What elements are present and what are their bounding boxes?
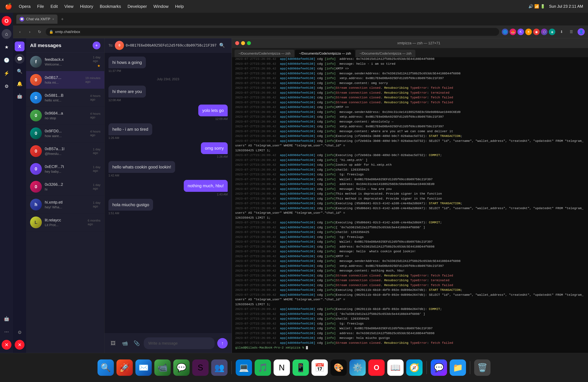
url-bar[interactable]: 🔒 xmtp.chat/inbox xyxy=(46,28,499,36)
dock-trash[interactable]: 🗑️ xyxy=(474,360,490,376)
forward-button[interactable]: › xyxy=(26,28,33,35)
dock-opera[interactable]: O xyxy=(368,360,385,376)
dock-spotify[interactable]: 🎵 xyxy=(255,360,271,376)
dock-mail[interactable]: ✉️ xyxy=(135,360,152,376)
terminal-tab-1[interactable]: ~/Documents/Code/xmtpizza — zsh xyxy=(234,50,294,57)
terminal-line: 2023-07-27T23:26:09.42 app[4d8966efee913… xyxy=(235,307,585,312)
conv-item-feedback[interactable]: f feedback.x Welcome... 1 dayago ★ xyxy=(26,53,104,71)
dock-messages[interactable]: 💬 xyxy=(173,360,190,376)
terminal-line: 2023-07-27T23:26:09.42 app[4d8966efee913… xyxy=(235,201,585,206)
conv-star-feedback: ★ xyxy=(97,64,101,68)
dock-launchpad[interactable]: 🚀 xyxy=(116,360,133,376)
terminal-tab-3[interactable]: ~/Documents/Code/xmtpizza — zsh xyxy=(356,50,415,57)
opera-logo[interactable]: O xyxy=(2,16,11,26)
refresh-button[interactable]: ↻ xyxy=(36,28,43,35)
sidebar-history[interactable]: 🕐 xyxy=(2,55,11,65)
back-button[interactable]: ‹ xyxy=(16,28,23,35)
sidebar-home[interactable]: ⌂ xyxy=(2,29,11,39)
conv-item-0x3266[interactable]: 0 0x3266...2 hi 1 dayago xyxy=(26,178,104,196)
ext-icon-4[interactable]: ☀ xyxy=(525,29,532,35)
chat-profile-icon[interactable]: ✕ xyxy=(15,340,24,350)
ext-icon-3[interactable]: K xyxy=(517,29,524,35)
dock-xcode[interactable]: ⚙️ xyxy=(349,360,366,376)
ext-icon-5[interactable]: ◉ xyxy=(533,29,540,35)
terminal-line: 2023-07-27T23:26:09.42 app[4d8966efee913… xyxy=(235,293,585,302)
sidebar-more[interactable]: ⋯ xyxy=(2,327,11,337)
terminal-minimize-btn[interactable] xyxy=(241,41,245,45)
dock-teams[interactable]: 👥 xyxy=(211,360,228,376)
opera-menu[interactable]: Opera xyxy=(19,4,31,9)
conv-item-0x9684[interactable]: 0 0x9684...a no stop 4 hoursago xyxy=(26,107,104,125)
message-time-3: 12:08 AM xyxy=(108,99,146,102)
view-menu[interactable]: View xyxy=(64,4,74,9)
terminal-line: 2023-07-27T23:26:09.42 app[4d8966efee913… xyxy=(235,225,585,230)
dock-vscode[interactable]: 💻 xyxy=(236,360,252,376)
dock-files[interactable]: 📁 xyxy=(450,360,466,376)
terminal-line: 2023-07-27T23:26:09.42 app[4d8966efee913… xyxy=(235,76,585,81)
sidebar-bookmarks[interactable]: ★ xyxy=(2,42,11,52)
download-icon[interactable]: ⬇ xyxy=(558,28,565,35)
conv-item-0xecff[interactable]: 0 0xECfF...7t hey baby... 1 dayago xyxy=(26,160,104,178)
terminal-close-btn[interactable] xyxy=(235,41,239,45)
dock-dict[interactable]: 📖 xyxy=(387,360,404,376)
conv-item-0xb57a[interactable]: 0 0xB57a...1l @freeslu... 1 dayago xyxy=(26,142,104,160)
bookmarks-menu[interactable]: Bookmarks xyxy=(100,4,121,9)
dock-finder[interactable]: 🔍 xyxy=(98,360,114,376)
chat-home-icon[interactable]: 💬 xyxy=(15,54,24,64)
nav-menu-btn[interactable]: ☰ xyxy=(568,28,575,35)
send-button[interactable]: ↑ xyxy=(217,338,228,348)
conv-time-litrelay: 6 monthsago xyxy=(88,219,101,226)
sidebar-ai[interactable]: 🤖 xyxy=(2,314,11,323)
dock-figma[interactable]: 🎨 xyxy=(330,360,347,376)
history-menu[interactable]: History xyxy=(80,4,93,9)
video-attach-button[interactable]: 📹 xyxy=(120,339,129,348)
terminal-line: 2023-07-27T23:26:09.42 app[4d8966efee913… xyxy=(235,95,585,100)
new-tab-button[interactable]: + xyxy=(59,16,66,22)
sidebar-bottom-icon[interactable]: ✕ xyxy=(2,340,11,350)
conv-item-litrelay[interactable]: L lit.relaycc Lit Prot... 6 monthsago xyxy=(26,213,104,231)
terminal-tab-2[interactable]: ~/Documents/Code/xmtpizza — zsh xyxy=(295,50,355,57)
file-attach-button[interactable]: 📎 xyxy=(132,339,141,348)
chat-settings-icon[interactable]: ⚙ xyxy=(15,327,24,337)
terminal-line: 2023-07-27T23:26:09.42 app[4d8966efee913… xyxy=(235,244,585,249)
developer-menu[interactable]: Developer xyxy=(127,4,147,9)
sidebar-settings[interactable]: ⚙ xyxy=(2,81,11,91)
dock-safari[interactable]: 🧭 xyxy=(406,360,422,376)
conv-item-0x9fd0[interactable]: 0 0x9FD0... how aare... 4 hoursago xyxy=(26,125,104,142)
conv-item-0x5881[interactable]: 0 0x5881...B hello xmt... 4 hoursago xyxy=(26,89,104,107)
window-menu[interactable]: Window xyxy=(153,4,168,9)
active-tab[interactable]: 💬 Chat via XMTP × xyxy=(16,15,58,24)
tab-close-btn[interactable]: × xyxy=(52,17,54,21)
conv-item-0x0b17[interactable]: 0 0x0B17... hola mi... 19 minutesago xyxy=(26,71,104,89)
ext-icon-1[interactable]: 🌐 xyxy=(502,29,508,35)
new-chat-button[interactable]: + xyxy=(93,42,101,49)
terminal-content[interactable]: 1263350425 LIMIT 1;2023-07-27T23:26:09.4… xyxy=(232,57,588,353)
image-attach-button[interactable]: 🖼 xyxy=(108,339,118,348)
ext-icon-7[interactable]: ◈ xyxy=(549,29,555,35)
sidebar-extensions[interactable]: ⚡ xyxy=(2,68,11,78)
terminal-maximize-btn[interactable] xyxy=(247,41,251,45)
dock-calendar[interactable]: 📅 xyxy=(312,360,328,376)
terminal-tabs: ~/Documents/Code/xmtpizza — zsh ~/Docume… xyxy=(232,48,588,57)
chat-robot-icon[interactable]: 🤖 xyxy=(15,91,24,101)
file-menu[interactable]: File xyxy=(37,4,44,9)
help-menu[interactable]: Help xyxy=(175,4,184,9)
ext-icon-6[interactable]: ⬡ xyxy=(541,29,547,35)
conv-info-0xecff: 0xECfF...7t hey baby... xyxy=(45,164,90,173)
chat-notification-icon[interactable]: 🔔 xyxy=(15,79,24,88)
dock-facetime[interactable]: 📹 xyxy=(154,360,171,376)
edit-menu[interactable]: Edit xyxy=(50,4,58,9)
message-row-9: hola miucho gustgo 1:51 AM xyxy=(108,199,153,215)
message-input[interactable] xyxy=(144,337,215,349)
terminal-line: 2023-07-27T23:26:09.42 app[4d8966efee913… xyxy=(235,191,585,196)
profile-avatar[interactable]: 👤 xyxy=(578,28,585,35)
apple-menu-icon[interactable]: 🍎 xyxy=(5,3,12,10)
ext-icon-2[interactable]: 🦊 xyxy=(510,29,516,35)
dock-notion[interactable]: N xyxy=(273,360,290,376)
conv-item-hixmtp[interactable]: h hi.xmtp.etl hey! Wha... 1 dayago xyxy=(26,196,104,213)
chat-search-button[interactable]: 🔍 xyxy=(219,43,225,48)
dock-whatsapp[interactable]: 📱 xyxy=(293,360,309,376)
dock-slack[interactable]: S xyxy=(192,360,209,376)
dock-messenger[interactable]: 💬 xyxy=(431,360,447,376)
chat-search-sidebar-icon[interactable]: 🔍 xyxy=(15,66,24,76)
